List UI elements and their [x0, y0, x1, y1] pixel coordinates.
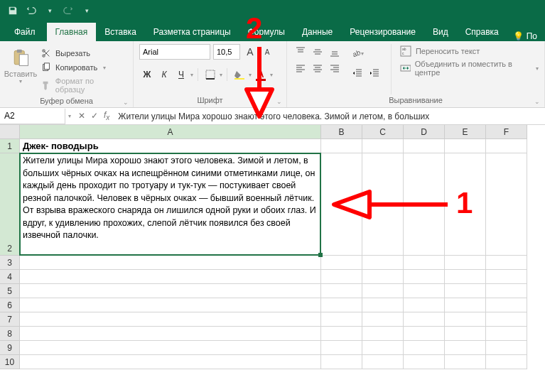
- cell[interactable]: [321, 284, 362, 298]
- worksheet-grid[interactable]: A B C D E F 1 Джек- поводырь 2 Жители ул…: [0, 125, 545, 369]
- cell[interactable]: [486, 139, 527, 153]
- cell[interactable]: [445, 153, 486, 256]
- border-button[interactable]: [203, 67, 218, 82]
- decrease-indent-button[interactable]: [350, 65, 365, 81]
- cell[interactable]: [404, 341, 445, 355]
- font-name-select[interactable]: [139, 44, 210, 60]
- cell[interactable]: [362, 312, 404, 327]
- italic-button[interactable]: К: [156, 67, 172, 82]
- cell[interactable]: [486, 327, 527, 341]
- cell[interactable]: [486, 355, 527, 369]
- row-header-7[interactable]: 7: [0, 312, 20, 327]
- cell[interactable]: [321, 312, 362, 327]
- cell[interactable]: [404, 298, 445, 312]
- cell[interactable]: [404, 270, 445, 284]
- align-bottom-button[interactable]: [327, 44, 342, 60]
- cell[interactable]: [445, 256, 486, 270]
- cell[interactable]: [404, 327, 445, 341]
- align-center-button[interactable]: [310, 61, 325, 77]
- cancel-formula-icon[interactable]: ✕: [78, 111, 85, 121]
- tab-view[interactable]: Вид: [424, 23, 457, 41]
- row-header-2[interactable]: 2: [0, 153, 20, 256]
- col-header-a[interactable]: A: [20, 125, 321, 139]
- cell[interactable]: [20, 270, 321, 284]
- cell[interactable]: [404, 153, 445, 256]
- tab-review[interactable]: Рецензирование: [341, 23, 424, 41]
- redo-icon[interactable]: [60, 2, 77, 19]
- undo-icon[interactable]: [23, 2, 40, 19]
- cell[interactable]: [20, 327, 321, 341]
- cell[interactable]: [20, 355, 321, 369]
- cell[interactable]: [362, 341, 404, 355]
- tab-insert[interactable]: Вставка: [96, 23, 145, 41]
- name-box[interactable]: A2: [0, 109, 65, 124]
- cell[interactable]: [362, 139, 404, 153]
- cell[interactable]: [404, 139, 445, 153]
- cell[interactable]: [486, 312, 527, 327]
- merge-center-button[interactable]: Объединить и поместить в центре▾: [400, 60, 539, 77]
- col-header-e[interactable]: E: [445, 125, 486, 139]
- copy-button[interactable]: Копировать▾: [38, 61, 127, 74]
- qat-customize-icon[interactable]: ▾: [78, 2, 95, 19]
- cell[interactable]: [486, 256, 527, 270]
- select-all-corner[interactable]: [0, 125, 20, 139]
- col-header-f[interactable]: F: [486, 125, 527, 139]
- row-header-4[interactable]: 4: [0, 270, 20, 284]
- font-color-button[interactable]: A: [253, 67, 269, 82]
- cell[interactable]: [20, 341, 321, 355]
- cell[interactable]: [362, 327, 404, 341]
- cell[interactable]: [445, 139, 486, 153]
- cell[interactable]: [362, 256, 404, 270]
- cell[interactable]: [362, 284, 404, 298]
- cell[interactable]: [362, 355, 404, 369]
- row-header-3[interactable]: 3: [0, 256, 20, 270]
- row-header-5[interactable]: 5: [0, 284, 20, 298]
- cell[interactable]: [445, 284, 486, 298]
- formula-input[interactable]: Жители улицы Мира хорошо знают этого чел…: [114, 111, 545, 121]
- col-header-b[interactable]: B: [321, 125, 362, 139]
- cut-button[interactable]: Вырезать: [38, 47, 127, 60]
- tab-formulas[interactable]: Формулы: [239, 23, 293, 41]
- wrap-text-button[interactable]: abcПереносить текст: [400, 45, 539, 57]
- align-middle-button[interactable]: [310, 44, 325, 60]
- fill-color-button[interactable]: [232, 67, 247, 82]
- cell[interactable]: [486, 298, 527, 312]
- col-header-d[interactable]: D: [404, 125, 445, 139]
- save-icon[interactable]: [4, 2, 21, 19]
- cell[interactable]: [362, 153, 404, 256]
- grow-font-button[interactable]: A: [243, 44, 257, 60]
- cell[interactable]: [445, 355, 486, 369]
- cell[interactable]: [20, 312, 321, 327]
- qat-more-icon[interactable]: ▾: [41, 2, 58, 19]
- cell[interactable]: [321, 341, 362, 355]
- tell-me[interactable]: 💡По: [513, 31, 537, 41]
- cell[interactable]: [445, 312, 486, 327]
- cell[interactable]: [20, 284, 321, 298]
- tab-file[interactable]: Файл: [3, 23, 47, 41]
- cell[interactable]: [486, 341, 527, 355]
- format-painter-button[interactable]: Формат по образцу: [38, 75, 127, 95]
- row-header-8[interactable]: 8: [0, 327, 20, 341]
- font-size-select[interactable]: [213, 44, 240, 60]
- cell[interactable]: [445, 327, 486, 341]
- cell[interactable]: [321, 139, 362, 153]
- row-header-1[interactable]: 1: [0, 139, 20, 153]
- col-header-c[interactable]: C: [362, 125, 404, 139]
- shrink-font-button[interactable]: A: [260, 44, 274, 60]
- cell[interactable]: [486, 153, 527, 256]
- tab-data[interactable]: Данные: [293, 23, 341, 41]
- cell[interactable]: [362, 298, 404, 312]
- bold-button[interactable]: Ж: [139, 67, 155, 82]
- cell-a1[interactable]: Джек- поводырь: [20, 139, 321, 153]
- cell[interactable]: [321, 153, 362, 256]
- cell[interactable]: [321, 327, 362, 341]
- underline-button[interactable]: Ч: [173, 67, 189, 82]
- cell[interactable]: [321, 298, 362, 312]
- cell[interactable]: [404, 355, 445, 369]
- paste-button[interactable]: Вставить ▾: [6, 44, 36, 85]
- align-top-button[interactable]: [293, 44, 308, 60]
- cell[interactable]: [404, 256, 445, 270]
- cell[interactable]: [445, 270, 486, 284]
- cell[interactable]: [445, 341, 486, 355]
- cell[interactable]: [445, 298, 486, 312]
